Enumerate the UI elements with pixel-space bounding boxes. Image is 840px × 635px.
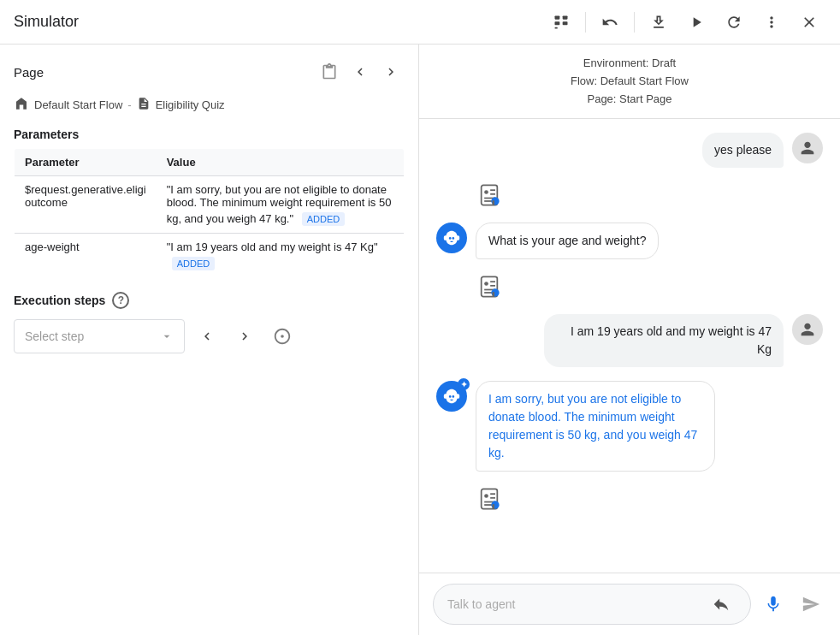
page-name: Eligibility Quiz	[156, 98, 225, 111]
msg-user-yes-please: yes please	[436, 133, 823, 168]
doc-icon-2: i	[476, 273, 503, 300]
send-text-btn[interactable]	[706, 589, 736, 620]
grid-icon-btn[interactable]	[544, 5, 578, 39]
msg-bubble-yes-please: yes please	[702, 133, 784, 168]
chat-input-container[interactable]: Talk to agent	[433, 584, 751, 625]
msg-bot-sorry: ✦ I am sorry, but you are not eligible t…	[436, 381, 823, 472]
main-content: Page	[0, 45, 840, 635]
undo-btn[interactable]	[593, 5, 627, 39]
svg-rect-1	[563, 15, 568, 19]
doc-icon-after-q: i	[436, 273, 823, 300]
col-parameter: Parameter	[15, 149, 157, 176]
msg-user-age-weight: I am 19 years old and my weight is 47 Kg	[436, 314, 823, 367]
parameters-title: Parameters	[14, 128, 405, 141]
parameters-section: Parameters Parameter Value $request.gene…	[14, 128, 405, 278]
parameters-table: Parameter Value $request.generative.elig…	[14, 148, 405, 278]
page-icon	[137, 97, 151, 113]
page-next-btn[interactable]	[377, 58, 405, 86]
execution-section: Execution steps ? Select step	[14, 292, 405, 353]
flow-icon	[14, 96, 29, 114]
chat-messages: yes please i	[419, 119, 840, 573]
svg-rect-2	[555, 21, 560, 25]
close-btn[interactable]	[792, 5, 826, 39]
svg-rect-4	[555, 27, 558, 28]
chat-header: Environment: Draft Flow: Default Start F…	[419, 45, 840, 119]
step-select[interactable]: Select step	[14, 319, 185, 353]
step-prev-btn[interactable]	[192, 321, 222, 352]
msg-bubble-age-weight-q: What is your age and weight?	[476, 223, 659, 259]
divider2	[634, 12, 635, 33]
page-section-title: Page	[14, 65, 44, 80]
step-capture-btn[interactable]	[267, 321, 298, 352]
page-nav-icons	[316, 58, 405, 86]
param-row-2: age-weight "I am 19 years old and my wei…	[15, 234, 405, 278]
more-btn[interactable]	[754, 5, 789, 39]
msg-bubble-age-weight: I am 19 years old and my weight is 47 Kg	[544, 314, 784, 367]
execution-header: Execution steps ?	[14, 292, 405, 309]
param-row-1: $request.generative.eligioutcome "I am s…	[15, 176, 405, 234]
chevron-down-icon	[160, 329, 174, 343]
svg-point-22	[484, 495, 488, 499]
page-prev-btn[interactable]	[346, 58, 374, 86]
mic-btn[interactable]	[758, 589, 789, 620]
bot-avatar-2: ✦	[436, 381, 467, 412]
chat-input-placeholder: Talk to agent	[447, 597, 699, 611]
chat-header-line3: Page: Start Page	[436, 91, 823, 109]
doc-icon-3: i	[476, 485, 503, 513]
param-value-2: "I am 19 years old and my weight is 47 K…	[157, 234, 405, 278]
step-controls: Select step	[14, 319, 405, 353]
clipboard-btn[interactable]	[316, 58, 343, 86]
param-value-1: "I am sorry, but you are not eligible to…	[157, 176, 405, 234]
msg-bot-age-weight-q: What is your age and weight?	[436, 223, 823, 259]
page-section-header: Page	[14, 58, 405, 86]
right-panel: Environment: Draft Flow: Default Start F…	[419, 45, 840, 635]
sparkle-icon: ✦	[458, 378, 470, 390]
chat-header-line2: Flow: Default Start Flow	[436, 73, 823, 91]
play-btn[interactable]	[679, 5, 713, 39]
param-name-2: age-weight	[15, 234, 157, 278]
app-title: Simulator	[14, 13, 79, 31]
execution-title: Execution steps	[14, 294, 105, 307]
refresh-btn[interactable]	[717, 5, 751, 39]
step-next-btn[interactable]	[229, 321, 260, 352]
flow-name: Default Start Flow	[34, 98, 122, 111]
user-avatar-1	[792, 133, 823, 163]
help-icon[interactable]: ?	[112, 292, 129, 309]
title-bar-actions	[544, 5, 826, 39]
flow-dash: -	[127, 98, 131, 111]
divider	[585, 12, 586, 33]
bot-avatar-1	[436, 223, 467, 253]
msg-bubble-sorry: I am sorry, but you are not eligible to …	[476, 381, 715, 472]
doc-icon-after-yes: i	[436, 181, 823, 209]
left-panel: Page	[0, 45, 419, 635]
param-name-1: $request.generative.eligioutcome	[15, 176, 157, 234]
flow-info: Default Start Flow - Eligibility Quiz	[14, 96, 405, 114]
svg-rect-0	[555, 15, 560, 19]
send-btn[interactable]	[796, 589, 826, 620]
doc-icon-1: i	[476, 181, 503, 209]
download-btn[interactable]	[642, 5, 676, 39]
step-select-placeholder: Select step	[25, 329, 84, 343]
added-badge-1: ADDED	[302, 212, 346, 226]
doc-icon-after-sorry: i	[436, 485, 823, 513]
title-bar: Simulator	[0, 0, 840, 45]
chat-header-line1: Environment: Draft	[436, 55, 823, 73]
svg-rect-3	[563, 21, 568, 25]
chat-input-area: Talk to agent	[419, 573, 840, 635]
added-badge-2: ADDED	[172, 257, 216, 270]
col-value: Value	[157, 149, 405, 176]
svg-point-14	[484, 282, 488, 287]
user-avatar-2	[792, 314, 823, 345]
svg-point-6	[484, 191, 488, 195]
